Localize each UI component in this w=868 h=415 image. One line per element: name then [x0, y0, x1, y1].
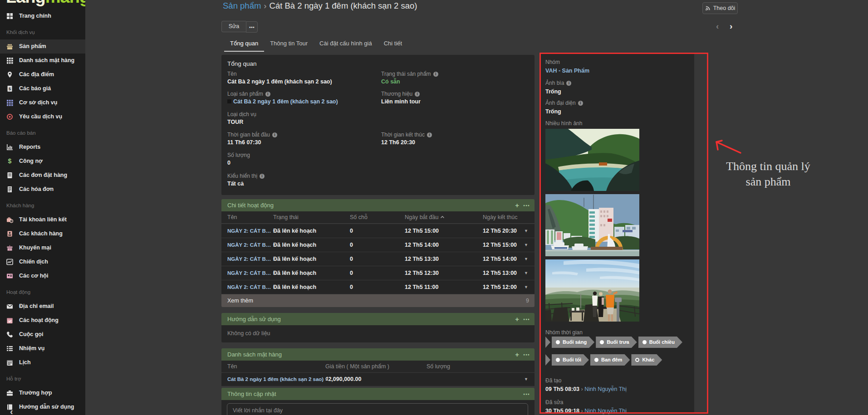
svg-text:$: $	[9, 87, 11, 91]
